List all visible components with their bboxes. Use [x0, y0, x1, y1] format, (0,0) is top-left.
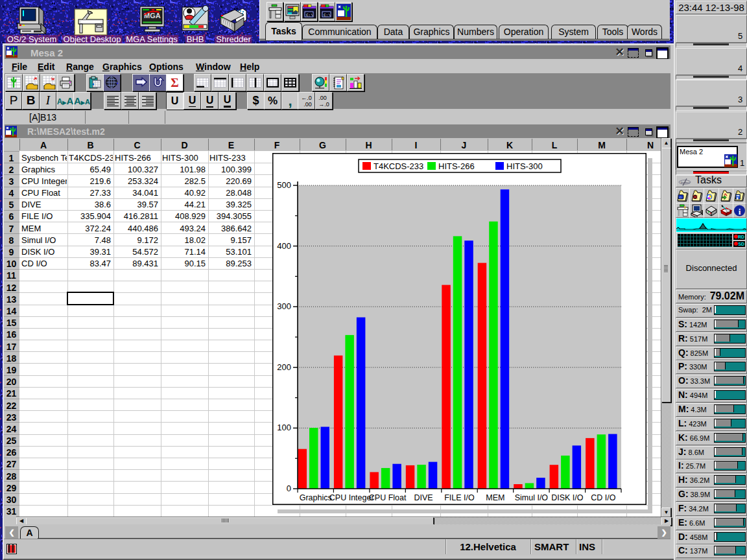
- svg-text:0: 0: [287, 484, 291, 493]
- svg-text:Graphics: Graphics: [300, 493, 332, 502]
- svg-text:DIVE: DIVE: [414, 493, 433, 502]
- svg-text:HITS-300: HITS-300: [506, 161, 543, 171]
- svg-text:FILE I/O: FILE I/O: [444, 493, 475, 502]
- svg-text:300: 300: [277, 301, 291, 311]
- svg-text:T4KCDS-233: T4KCDS-233: [374, 161, 423, 171]
- svg-text:i: i: [739, 206, 741, 216]
- svg-text:Simul I/O: Simul I/O: [515, 493, 549, 502]
- svg-text:200: 200: [277, 362, 291, 372]
- svg-text:CD I/O: CD I/O: [591, 493, 615, 502]
- svg-text:C:: C:: [680, 195, 682, 198]
- svg-text:C:\: C:\: [306, 13, 313, 18]
- svg-text:HITS-266: HITS-266: [438, 161, 475, 171]
- svg-text:CPU Float: CPU Float: [369, 493, 407, 502]
- svg-text:Stardock: Stardock: [681, 181, 690, 184]
- svg-text:400: 400: [277, 241, 291, 251]
- svg-text:500: 500: [277, 180, 291, 190]
- svg-text:CPU Integer: CPU Integer: [329, 493, 374, 502]
- svg-text:C:\: C:\: [324, 13, 331, 18]
- svg-text:DISK I/O: DISK I/O: [551, 493, 584, 502]
- svg-text:MEM: MEM: [486, 493, 504, 502]
- svg-text:100: 100: [277, 423, 291, 432]
